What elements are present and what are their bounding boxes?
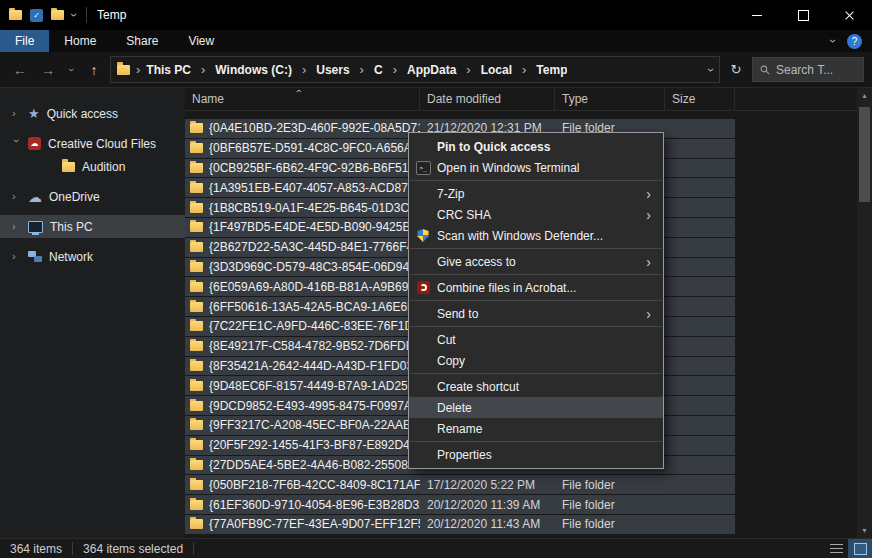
submenu-arrow-icon: › (646, 187, 651, 201)
folder-icon (190, 480, 203, 490)
file-name-cell: {7C22FE1C-A9FD-446C-83EE-76F1D0C1D... (185, 319, 420, 333)
tab-view[interactable]: View (173, 30, 229, 52)
search-box[interactable] (752, 57, 864, 82)
tab-home[interactable]: Home (49, 30, 111, 52)
search-input[interactable] (776, 63, 856, 77)
folder-icon (190, 381, 203, 391)
minimize-button[interactable] (734, 0, 780, 30)
breadcrumb-separator-icon[interactable]: › (201, 63, 205, 76)
sidebar-item-creative-cloud-files[interactable]: ›☁Creative Cloud Files (0, 132, 185, 155)
file-name: {8E49217F-C584-4782-9B52-7D6FDE9B98... (209, 339, 420, 353)
menu-item-label: Open in Windows Terminal (437, 161, 580, 175)
column-header-type[interactable]: Type (555, 88, 665, 110)
sidebar-item-network[interactable]: ›Network (0, 245, 185, 268)
sidebar-item-onedrive[interactable]: ›☁OneDrive (0, 185, 185, 208)
menu-item-create-shortcut[interactable]: Create shortcut (409, 376, 663, 397)
menu-item-label: Rename (437, 422, 482, 436)
menu-item-crc-sha[interactable]: CRC SHA› (409, 204, 663, 225)
refresh-icon[interactable]: ↻ (724, 62, 748, 77)
menu-item-pin-to-quick-access[interactable]: Pin to Quick access (409, 136, 663, 157)
items-count: 364 items (10, 542, 62, 556)
file-name-cell: {6FF50616-13A5-42A5-BCA9-1A6E6EDB0... (185, 300, 420, 314)
file-date-modified: 17/12/2020 5:22 PM (420, 478, 555, 492)
chevron-icon[interactable]: › (12, 108, 21, 119)
details-view-button[interactable] (824, 539, 848, 558)
menu-item-delete[interactable]: Delete (409, 397, 663, 418)
breadcrumb-separator-icon[interactable]: › (302, 63, 306, 76)
menu-icon-gutter (409, 281, 437, 294)
recent-locations-chevron-icon[interactable]: › (66, 63, 76, 77)
window-title: Temp (97, 8, 126, 22)
properties-toolbar-icon[interactable]: ✓ (30, 9, 43, 22)
menu-item-combine-files-in-acrobat[interactable]: Combine files in Acrobat... (409, 277, 663, 298)
chevron-icon[interactable]: › (11, 139, 22, 148)
breadcrumb-item[interactable]: This PC (146, 63, 191, 77)
file-name-cell: {3D3D969C-D579-48C3-854E-06D94A4B0... (185, 260, 420, 274)
breadcrumb-item[interactable]: Users (316, 63, 349, 77)
menu-item-cut[interactable]: Cut (409, 329, 663, 350)
customize-toolbar-chevron-icon[interactable]: › (68, 13, 80, 17)
maximize-button[interactable] (780, 0, 826, 30)
file-row[interactable]: {050BF218-7F6B-42CC-8409-8C171AF0A8...17… (185, 475, 735, 494)
tab-file[interactable]: File (0, 30, 49, 52)
sidebar-item-this-pc[interactable]: ›This PC (0, 215, 185, 238)
sidebar-item-label: OneDrive (49, 190, 100, 204)
menu-item-rename[interactable]: Rename (409, 418, 663, 439)
back-button[interactable]: ← (8, 62, 32, 78)
chevron-icon[interactable]: › (12, 221, 21, 232)
status-divider (72, 542, 73, 555)
chevron-icon[interactable]: › (12, 191, 21, 202)
navigation-pane: ›★Quick access›☁Creative Cloud FilesAudi… (0, 88, 185, 538)
breadcrumb-separator-icon[interactable]: › (522, 63, 526, 76)
column-header-date-modified[interactable]: Date modified (420, 88, 555, 110)
menu-item-copy[interactable]: Copy (409, 350, 663, 371)
menu-item-send-to[interactable]: Send to› (409, 303, 663, 324)
sidebar-item-quick-access[interactable]: ›★Quick access (0, 102, 185, 125)
menu-item-open-in-windows-terminal[interactable]: >_Open in Windows Terminal (409, 157, 663, 178)
forward-button[interactable]: → (36, 62, 60, 78)
sidebar-item-audition[interactable]: Audition (0, 155, 185, 178)
menu-item-give-access-to[interactable]: Give access to› (409, 251, 663, 272)
app-folder-icon (9, 10, 22, 20)
folder-icon (190, 203, 203, 213)
chevron-icon[interactable]: › (12, 251, 21, 262)
help-icon[interactable]: ? (847, 34, 862, 49)
submenu-arrow-icon: › (646, 307, 651, 321)
menu-item-7-zip[interactable]: 7-Zip› (409, 183, 663, 204)
menu-separator (410, 326, 662, 327)
close-button[interactable] (826, 0, 872, 30)
file-name-cell: {1F497BD5-E4DE-4E5D-B090-9425B15FF3... (185, 220, 420, 234)
scrollbar-thumb[interactable] (859, 107, 870, 202)
scrollbar-track[interactable] (857, 103, 872, 523)
menu-item-label: CRC SHA (437, 208, 491, 222)
file-name: {050BF218-7F6B-42CC-8409-8C171AF0A8... (209, 478, 420, 492)
breadcrumb-item[interactable]: AppData (407, 63, 456, 77)
menu-item-label: 7-Zip (437, 187, 464, 201)
breadcrumb-separator-icon[interactable]: › (136, 63, 140, 76)
address-dropdown-chevron-icon[interactable]: › (705, 68, 717, 72)
breadcrumb-item[interactable]: Temp (536, 63, 567, 77)
menu-item-properties[interactable]: Properties (409, 444, 663, 465)
vertical-scrollbar[interactable]: ▲ ▼ (857, 88, 872, 538)
tab-share[interactable]: Share (111, 30, 173, 52)
file-row[interactable]: {61EF360D-9710-4054-8E96-E3B28D32FCE...2… (185, 495, 735, 514)
up-button[interactable]: ↑ (82, 62, 106, 78)
large-icons-view-button[interactable] (848, 539, 872, 558)
file-name-cell: {9FF3217C-A208-45EC-BF0A-22AAE73669... (185, 418, 420, 432)
folder-icon (190, 460, 203, 470)
new-folder-toolbar-icon[interactable] (51, 10, 64, 20)
file-row[interactable]: {77A0FB9C-77EF-43EA-9D07-EFF12F5220...20… (185, 515, 735, 534)
menu-item-label: Combine files in Acrobat... (437, 281, 576, 295)
scroll-up-icon[interactable]: ▲ (857, 88, 872, 103)
breadcrumb-separator-icon[interactable]: › (393, 63, 397, 76)
breadcrumb-item[interactable]: C (374, 63, 383, 77)
expand-ribbon-chevron-icon[interactable]: › (827, 39, 839, 43)
menu-item-scan-with-windows-defender[interactable]: Scan with Windows Defender... (409, 225, 663, 246)
breadcrumb-separator-icon[interactable]: › (466, 63, 470, 76)
scroll-down-icon[interactable]: ▼ (857, 523, 872, 538)
column-header-size[interactable]: Size (665, 88, 735, 110)
address-field[interactable]: › This PC›Windows (C:)›Users›C›AppData›L… (110, 56, 720, 83)
breadcrumb-separator-icon[interactable]: › (360, 63, 364, 76)
breadcrumb-item[interactable]: Windows (C:) (215, 63, 292, 77)
breadcrumb-item[interactable]: Local (481, 63, 512, 77)
